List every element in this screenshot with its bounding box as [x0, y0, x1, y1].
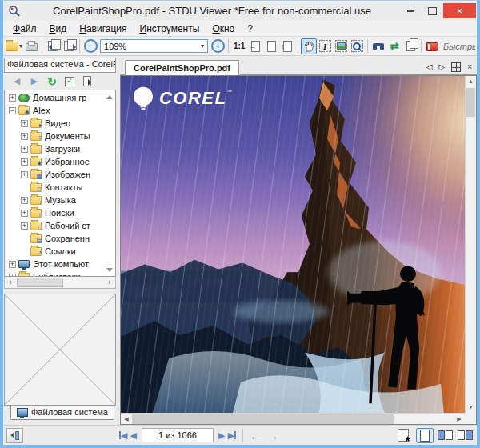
zoom-region-button[interactable]	[349, 38, 365, 54]
expand-icon[interactable]: +	[21, 222, 28, 230]
scroll-left-icon[interactable]: ◀	[121, 416, 132, 422]
page-number-field[interactable]: 1 из 1066	[142, 428, 214, 442]
collapse-sidebar-button[interactable]	[6, 428, 23, 443]
close-button[interactable]: ×	[443, 3, 476, 18]
horizontal-scrollbar[interactable]: ◀ ▶	[121, 413, 465, 424]
quick-bookmarks-button[interactable]	[424, 38, 440, 54]
verify-doc-button[interactable]: ✓	[63, 75, 76, 87]
expand-icon[interactable]: +	[21, 210, 28, 217]
tree-horizontal-scrollbar[interactable]: ‹ ›	[4, 277, 116, 289]
tree-item[interactable]: ↗Ссылки	[5, 245, 115, 258]
scroll-right-icon[interactable]: ▶	[454, 416, 465, 422]
document-viewport[interactable]: COREL ™ ▲ ▼ ◀ ▶	[120, 75, 477, 425]
tree-scroll-down-icon[interactable]	[106, 268, 113, 272]
next-tab-button[interactable]: ▷	[438, 63, 445, 71]
maximize-button[interactable]	[422, 3, 443, 18]
expand-icon[interactable]: +	[21, 120, 28, 127]
tree-item[interactable]: +★Избранное	[5, 155, 115, 168]
vertical-scrollbar[interactable]: ▲ ▼	[465, 76, 476, 413]
tree-item[interactable]: ▤Сохраненн	[5, 232, 115, 245]
zoom-dropdown-caret[interactable]: ▾	[201, 42, 204, 50]
fit-height-button[interactable]: ↕	[279, 38, 295, 54]
tree-item[interactable]: +○Поиски	[5, 206, 115, 219]
tree-item[interactable]: +↓Загрузки	[5, 142, 115, 155]
expand-icon[interactable]: +	[21, 158, 28, 166]
zoom-combobox[interactable]: 109% ▾	[100, 39, 208, 53]
scroll-thumb[interactable]	[17, 278, 63, 287]
invert-colors-button[interactable]	[398, 429, 409, 442]
expand-icon[interactable]: +	[9, 274, 16, 278]
expand-icon[interactable]: +	[9, 261, 16, 268]
vertical-scroll-thumb[interactable]	[466, 88, 475, 117]
tree-item[interactable]: +▸Видео	[5, 117, 115, 130]
actual-size-button[interactable]: 1:1	[231, 38, 247, 54]
compare-button[interactable]: ⇄	[386, 38, 402, 54]
nav-back-button[interactable]: ◀	[10, 75, 23, 87]
menu-item-3[interactable]: Навигация	[73, 22, 133, 36]
tree-item[interactable]: +≡Документы	[5, 130, 115, 142]
select-text-button[interactable]: I	[317, 38, 333, 54]
document-tab[interactable]: CorelPaintShopPro.pdf	[125, 60, 239, 75]
select-image-button[interactable]	[333, 38, 349, 54]
zoom-out-button[interactable]: −	[82, 38, 98, 54]
file-tree[interactable]: +Домашняя гр−☻Alex+▸Видео+≡Документы+↓За…	[4, 90, 116, 277]
expand-icon[interactable]: +	[21, 133, 28, 140]
close-tab-button[interactable]: ×	[467, 63, 472, 71]
prev-tab-button[interactable]: ◁	[426, 63, 433, 71]
minimize-button[interactable]	[400, 3, 422, 18]
tab-list-button[interactable]	[451, 62, 461, 72]
nav-forward-button[interactable]: ▶	[28, 75, 41, 87]
export-doc-button[interactable]	[81, 75, 94, 87]
title-bar[interactable]: CorelPaintShopPro.pdf - STDU Viewer *Fre…	[3, 1, 477, 21]
contacts-folder-icon: ☺	[30, 183, 42, 192]
rotate-right-button[interactable]	[61, 38, 77, 54]
menu-item-2[interactable]: Вид	[43, 22, 74, 36]
tree-item[interactable]: +▦Изображен	[5, 168, 115, 181]
expand-icon[interactable]: +	[21, 146, 28, 153]
hand-tool-button[interactable]	[301, 38, 317, 54]
scroll-down-icon[interactable]: ▼	[466, 402, 476, 413]
print-button[interactable]	[23, 38, 39, 54]
tree-item[interactable]: +Домашняя гр	[5, 91, 115, 104]
copy-pages-button[interactable]	[402, 38, 418, 54]
last-page-button[interactable]: ▶	[227, 430, 235, 441]
menu-item-4[interactable]: Инструменты	[134, 22, 206, 36]
facing-pages-alt-button[interactable]	[456, 428, 474, 443]
expand-icon[interactable]: +	[9, 94, 16, 102]
horizontal-scroll-thumb[interactable]	[132, 414, 394, 424]
refresh-button[interactable]: ↻	[46, 75, 58, 87]
history-forward-button[interactable]: →	[266, 430, 278, 442]
tree-item[interactable]: ☺Контакты	[5, 181, 115, 194]
tree-item[interactable]: +Библиотеки	[5, 270, 115, 277]
first-page-button[interactable]: ◀	[119, 430, 127, 441]
next-page-button[interactable]: ▶	[218, 430, 225, 441]
menu-item-1[interactable]: Файл	[6, 22, 43, 36]
open-file-button[interactable]: ▾	[5, 38, 23, 54]
tree-item-label: Поиски	[45, 208, 74, 218]
search-button[interactable]	[370, 38, 386, 54]
zoom-in-button[interactable]: +	[210, 38, 226, 54]
prev-page-button[interactable]: ◀	[130, 430, 136, 441]
scroll-up-icon[interactable]: ▲	[466, 76, 476, 87]
tab-file-system[interactable]: Файловая система	[10, 405, 114, 420]
fit-width-button[interactable]: ↔	[247, 38, 263, 54]
quick-bookmarks-label[interactable]: Быстры	[443, 42, 475, 51]
expand-icon[interactable]: +	[21, 171, 28, 178]
single-page-layout-button[interactable]	[416, 428, 434, 443]
facing-pages-button[interactable]	[436, 428, 454, 443]
scroll-left-icon[interactable]: ‹	[5, 278, 16, 287]
rotate-left-button[interactable]	[45, 38, 61, 54]
open-dropdown-caret[interactable]: ▾	[19, 42, 22, 50]
expand-icon[interactable]: +	[21, 197, 28, 204]
history-back-button[interactable]: ←	[250, 430, 262, 442]
fit-page-button[interactable]	[263, 38, 279, 54]
tree-item[interactable]: +♪Музыка	[5, 194, 115, 206]
tree-item[interactable]: +□Рабочий ст	[5, 219, 115, 232]
menu-item-6[interactable]: ?	[241, 22, 259, 36]
collapse-icon[interactable]: −	[9, 107, 16, 114]
tree-scroll-up-icon[interactable]	[106, 95, 113, 99]
menu-item-5[interactable]: Окно	[206, 22, 241, 36]
tree-item[interactable]: +Этот компьют	[5, 258, 115, 270]
scroll-right-icon[interactable]: ›	[104, 278, 115, 287]
tree-item[interactable]: −☻Alex	[5, 104, 115, 117]
